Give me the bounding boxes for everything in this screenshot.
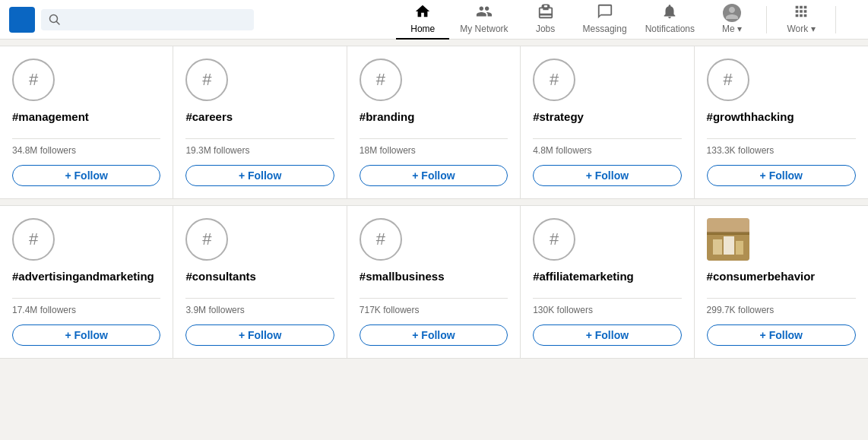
hashtag-icon-advertisingandmarketing: # <box>12 218 55 261</box>
hashtag-card-growthhacking: ##growthhacking133.3K followers+ Follow <box>695 46 868 198</box>
hashtag-icon-growthhacking: # <box>707 59 749 101</box>
separator <box>360 298 508 299</box>
follow-button-consultants[interactable]: + Follow <box>185 324 334 346</box>
hashtag-followers-affiliatemarketing: 130K followers <box>533 305 681 315</box>
nav-item-me-label: Me ▾ <box>722 24 742 34</box>
follow-button-careers[interactable]: + Follow <box>185 165 334 186</box>
follow-button-growthhacking[interactable]: + Follow <box>707 165 856 186</box>
hashtag-followers-consultants: 3.9M followers <box>185 305 334 315</box>
follow-button-smallbusiness[interactable]: + Follow <box>360 324 508 346</box>
hashtag-card-careers: ##careers19.3M followers+ Follow <box>173 46 347 198</box>
follow-button-affiliatemarketing[interactable]: + Follow <box>533 324 681 346</box>
nav-links: Home My Network Jobs Messaging <box>396 0 859 40</box>
hashtag-followers-growthhacking: 133.3K followers <box>707 145 856 156</box>
hashtag-card-advertisingandmarketing: ##advertisingandmarketing17.4M followers… <box>0 206 173 358</box>
hashtag-name-smallbusiness: #smallbusiness <box>360 270 508 286</box>
nav-item-messaging[interactable]: Messaging <box>575 0 635 40</box>
hashtag-icon-careers: # <box>185 59 228 101</box>
hashtag-name-consultants: #consultants <box>185 270 334 286</box>
separator <box>533 298 681 299</box>
avatar <box>723 4 741 22</box>
notifications-icon <box>661 3 678 22</box>
hashtag-card-affiliatemarketing: ##affiliatemarketing130K followers+ Foll… <box>521 206 694 358</box>
nav-item-work-label: Work ▾ <box>787 24 815 34</box>
nav-item-jobs[interactable]: Jobs <box>519 0 572 40</box>
hashtag-name-growthhacking: #growthhacking <box>707 110 856 126</box>
home-icon <box>414 3 431 22</box>
follow-button-management[interactable]: + Follow <box>12 165 160 186</box>
follow-button-consumerbehavior[interactable]: + Follow <box>707 324 856 346</box>
svg-line-1 <box>57 21 60 24</box>
hashtag-icon-consultants: # <box>185 218 228 261</box>
separator <box>707 138 856 139</box>
follow-button-strategy[interactable]: + Follow <box>533 165 681 186</box>
work-icon <box>793 3 809 22</box>
linkedin-logo[interactable] <box>9 7 35 33</box>
nav-item-notifications[interactable]: Notifications <box>638 0 702 40</box>
hashtag-icon-affiliatemarketing: # <box>533 218 575 261</box>
hashtag-icon-management: # <box>12 59 55 101</box>
hashtag-icon-branding: # <box>360 59 402 101</box>
separator <box>360 138 508 139</box>
jobs-icon <box>537 3 554 22</box>
hashtag-name-branding: #branding <box>360 110 508 126</box>
nav-item-home[interactable]: Home <box>396 0 449 40</box>
hashtag-card-consumerbehavior: #consumerbehavior299.7K followers+ Follo… <box>695 206 868 358</box>
hashtag-card-strategy: ##strategy4.8M followers+ Follow <box>521 46 694 198</box>
separator <box>185 138 334 139</box>
follow-button-advertisingandmarketing[interactable]: + Follow <box>12 324 160 346</box>
nav-item-notifications-label: Notifications <box>645 24 695 34</box>
svg-rect-5 <box>724 236 734 255</box>
my-network-icon <box>476 3 493 22</box>
search-bar[interactable] <box>41 9 254 30</box>
separator <box>533 138 681 139</box>
separator <box>707 298 856 299</box>
hashtag-name-management: #management <box>12 110 160 126</box>
hashtag-icon-strategy: # <box>533 59 575 101</box>
svg-rect-7 <box>707 232 749 235</box>
nav-item-me[interactable]: Me ▾ <box>705 0 759 40</box>
messaging-icon <box>597 3 613 22</box>
hashtag-card-smallbusiness: ##smallbusiness717K followers+ Follow <box>347 206 521 358</box>
search-icon <box>49 14 61 26</box>
svg-rect-4 <box>713 239 722 255</box>
separator <box>12 138 160 139</box>
nav-item-my-network[interactable]: My Network <box>452 0 515 40</box>
nav-divider-2 <box>835 6 836 33</box>
hashtag-card-branding: ##branding18M followers+ Follow <box>347 46 521 198</box>
nav-item-home-label: Home <box>410 24 435 34</box>
main-content: ##management34.8M followers+ Follow##car… <box>0 40 868 371</box>
hashtag-followers-branding: 18M followers <box>360 145 508 156</box>
follow-button-branding[interactable]: + Follow <box>360 165 508 186</box>
hashtag-image-consumerbehavior <box>707 218 749 261</box>
nav-item-work[interactable]: Work ▾ <box>775 0 828 40</box>
hashtag-followers-advertisingandmarketing: 17.4M followers <box>12 305 160 315</box>
hashtag-icon-smallbusiness: # <box>360 218 402 261</box>
search-input[interactable] <box>65 14 246 26</box>
svg-rect-6 <box>736 241 743 255</box>
hashtag-card-consultants: ##consultants3.9M followers+ Follow <box>173 206 347 358</box>
hashtag-followers-careers: 19.3M followers <box>185 145 334 156</box>
nav-item-messaging-label: Messaging <box>583 24 627 34</box>
hashtag-grid-row-1: ##management34.8M followers+ Follow##car… <box>0 46 868 199</box>
hashtag-followers-consumerbehavior: 299.7K followers <box>707 305 856 315</box>
separator <box>12 298 160 299</box>
hashtag-name-consumerbehavior: #consumerbehavior <box>707 270 856 286</box>
hashtag-name-strategy: #strategy <box>533 110 681 126</box>
separator <box>185 298 334 299</box>
nav-divider <box>766 6 767 33</box>
nav-item-my-network-label: My Network <box>460 24 508 34</box>
hashtag-followers-management: 34.8M followers <box>12 145 160 156</box>
navbar: Home My Network Jobs Messaging <box>0 0 868 40</box>
hashtag-grid-row-2: ##advertisingandmarketing17.4M followers… <box>0 205 868 359</box>
hashtag-card-management: ##management34.8M followers+ Follow <box>0 46 173 198</box>
hashtag-name-advertisingandmarketing: #advertisingandmarketing <box>12 270 160 286</box>
hashtag-followers-strategy: 4.8M followers <box>533 145 681 156</box>
hashtag-name-careers: #careers <box>185 110 334 126</box>
nav-item-jobs-label: Jobs <box>536 24 555 34</box>
hashtag-followers-smallbusiness: 717K followers <box>360 305 508 315</box>
hashtag-name-affiliatemarketing: #affiliatemarketing <box>533 270 681 286</box>
